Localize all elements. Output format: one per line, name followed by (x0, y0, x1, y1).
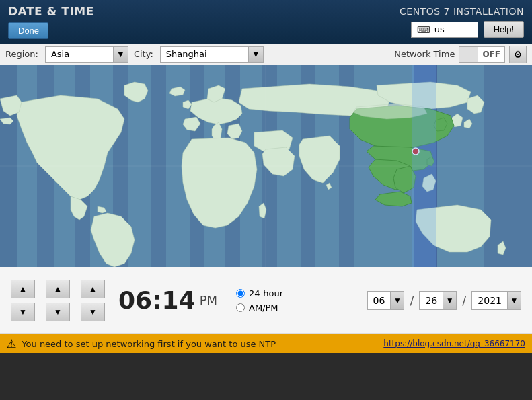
ampm-up-button[interactable]: ▲ (81, 280, 105, 298)
keyboard-value: us (434, 24, 445, 34)
region-dropdown[interactable]: Asia ▼ (45, 46, 128, 63)
region-label: Region: (5, 49, 38, 59)
centos-title: CENTOS 7 INSTALLATION (400, 6, 524, 17)
ampm-down-button[interactable]: ▼ (81, 303, 105, 321)
minute-up-button[interactable]: ▲ (46, 280, 70, 298)
city-dropdown-arrow[interactable]: ▼ (248, 47, 263, 62)
month-value: 06 (368, 295, 391, 306)
date-sep-1: / (408, 293, 415, 307)
toolbar: Region: Asia ▼ City: Shanghai ▼ Network … (0, 44, 532, 65)
time-hours: 06 (118, 286, 152, 314)
gear-button[interactable]: ⚙ (509, 46, 527, 63)
day-dropdown[interactable]: 26 ▼ (419, 291, 457, 310)
hour-down-button[interactable]: ▼ (11, 303, 35, 321)
time-format-section: 24-hour AM/PM (236, 288, 283, 313)
header-right: CENTOS 7 INSTALLATION ⌨ us Help! (400, 6, 524, 38)
day-value: 26 (420, 295, 443, 306)
format-24h-radio[interactable] (236, 289, 245, 298)
time-ampm: PM (200, 293, 217, 307)
day-dropdown-arrow[interactable]: ▼ (443, 292, 456, 309)
keyboard-input[interactable]: ⌨ us (411, 22, 478, 38)
region-value: Asia (46, 49, 113, 59)
world-map[interactable] (0, 65, 532, 267)
warning-bar: ⚠ You need to set up networking first if… (0, 334, 532, 353)
header-right-row: ⌨ us Help! (411, 21, 524, 38)
warning-icon: ⚠ (7, 337, 16, 350)
help-button[interactable]: Help! (484, 21, 524, 38)
toggle-slider (459, 47, 478, 62)
format-ampm-label: AM/PM (249, 303, 278, 313)
city-label: City: (134, 49, 153, 59)
date-sep-2: / (461, 293, 467, 307)
page-title: DATE & TIME (8, 5, 94, 18)
year-dropdown[interactable]: 2021 ▼ (471, 291, 521, 310)
date-section: 06 ▼ / 26 ▼ / 2021 ▼ (367, 291, 521, 310)
region-dropdown-arrow[interactable]: ▼ (113, 47, 128, 62)
map-svg (0, 65, 532, 267)
header-left: DATE & TIME Done (8, 5, 94, 39)
city-value: Shanghai (161, 49, 248, 59)
year-value: 2021 (472, 295, 507, 306)
toggle-state: OFF (478, 50, 504, 59)
network-time-toggle[interactable]: OFF (459, 46, 505, 63)
month-dropdown[interactable]: 06 ▼ (367, 291, 405, 310)
time-section: ▲ ▼ ▲ ▼ ▲ ▼ 06 : 14 PM 24-hour AM/PM 06 (0, 267, 532, 334)
city-dropdown[interactable]: Shanghai ▼ (160, 46, 264, 63)
done-button[interactable]: Done (8, 22, 48, 39)
warning-message: You need to set up networking first if y… (22, 339, 378, 349)
network-time-section: Network Time OFF ⚙ (394, 46, 527, 63)
warning-link[interactable]: https://blog.csdn.net/qq_36667170 (383, 339, 525, 348)
minute-down-button[interactable]: ▼ (46, 303, 70, 321)
hour-up-button[interactable]: ▲ (11, 280, 35, 298)
format-24h-label: 24-hour (249, 288, 283, 298)
header: DATE & TIME Done CENTOS 7 INSTALLATION ⌨… (0, 0, 532, 44)
format-ampm-radio[interactable] (236, 303, 245, 312)
keyboard-icon: ⌨ (417, 24, 430, 35)
year-dropdown-arrow[interactable]: ▼ (507, 292, 521, 309)
network-time-label: Network Time (394, 49, 455, 59)
month-dropdown-arrow[interactable]: ▼ (390, 292, 404, 309)
time-minutes: 14 (162, 286, 196, 314)
time-display: 06 : 14 PM (118, 286, 217, 314)
